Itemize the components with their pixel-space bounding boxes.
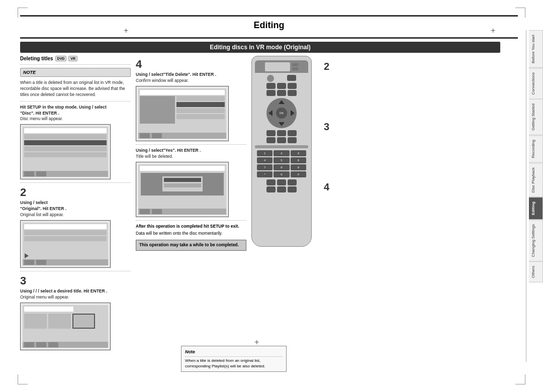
tab-getting-started[interactable]: Getting Started bbox=[529, 99, 543, 135]
remote-btn-i[interactable] bbox=[288, 130, 297, 136]
remote-display-btn[interactable] bbox=[287, 75, 296, 81]
remote-btn-d[interactable] bbox=[266, 90, 276, 96]
remote-btn-b[interactable] bbox=[277, 83, 286, 89]
num-7[interactable]: 7 bbox=[257, 164, 273, 170]
screen-inner-5 bbox=[138, 164, 226, 211]
remote-power-btn[interactable] bbox=[267, 75, 274, 82]
side-tabs: Before You start Connections Getting Sta… bbox=[529, 30, 543, 282]
remote-btn-c[interactable] bbox=[288, 83, 297, 89]
tab-editing[interactable]: Editing bbox=[529, 197, 543, 220]
screen-mockup-2 bbox=[20, 220, 111, 268]
tab-recording[interactable]: Recording bbox=[529, 135, 543, 162]
dpad-enter[interactable]: OK bbox=[276, 108, 287, 119]
remote-btn-side-2[interactable] bbox=[292, 67, 298, 70]
screen-btn-2-1 bbox=[24, 260, 34, 265]
num-0[interactable]: 0 bbox=[274, 171, 289, 177]
num-9[interactable]: 9 bbox=[291, 164, 306, 170]
tab-disc-playback[interactable]: Disc Playback bbox=[529, 163, 543, 197]
screen-bottom-bar-2 bbox=[23, 259, 108, 265]
bottom-note-title-text: ote bbox=[189, 349, 196, 354]
screen-btn-5-1 bbox=[140, 209, 150, 214]
num-hash[interactable]: # bbox=[291, 171, 306, 177]
dpad-left[interactable] bbox=[268, 110, 273, 116]
screen-btn-5-2 bbox=[152, 209, 162, 214]
note-text: When a title is deleted from an original… bbox=[20, 80, 131, 98]
menu-row-2-selected bbox=[176, 102, 225, 107]
dotted-divider-3 bbox=[20, 182, 131, 183]
remote-btn-a[interactable] bbox=[266, 83, 276, 89]
screen-bottom-bar-5 bbox=[138, 209, 226, 215]
num-2[interactable]: 2 bbox=[274, 150, 289, 156]
step2-instruction: Using / select"Original". Hit ENTER . Or… bbox=[20, 200, 131, 218]
num-star[interactable]: * bbox=[257, 171, 273, 177]
screen-mockup-3 bbox=[20, 303, 111, 350]
remote-btn-n[interactable] bbox=[277, 179, 286, 185]
dotted-divider-1 bbox=[20, 64, 131, 65]
screen-bottom-bar-1 bbox=[23, 171, 108, 177]
bottom-note-text: When a title is deleted from an original… bbox=[185, 358, 283, 369]
screen-bottom-bar-4 bbox=[138, 133, 226, 139]
dpad-circle: OK bbox=[266, 98, 297, 128]
tab-connections[interactable]: Connections bbox=[529, 68, 543, 99]
step2-num: 2 bbox=[20, 186, 131, 199]
remote-btn-p[interactable] bbox=[266, 186, 276, 192]
num-1[interactable]: 1 bbox=[257, 150, 273, 156]
step2-sub: Original list will appear. bbox=[20, 212, 64, 217]
vr-badge: VR bbox=[68, 56, 77, 61]
note-box: NOTE bbox=[20, 68, 131, 77]
num-5[interactable]: 5 bbox=[274, 157, 289, 163]
dvd-badge: DVD bbox=[55, 56, 67, 61]
remote-btn-f[interactable] bbox=[288, 90, 297, 96]
screen-row-2-1 bbox=[24, 224, 107, 229]
screen-bottom-bar-3 bbox=[23, 342, 108, 348]
dotted-divider-c2 bbox=[136, 220, 246, 221]
screen-content-4 bbox=[140, 96, 225, 124]
remote-spacer-1 bbox=[276, 75, 286, 82]
confirm-dialog bbox=[141, 173, 224, 195]
dpad-up[interactable] bbox=[279, 100, 285, 104]
num-4[interactable]: 4 bbox=[257, 157, 273, 163]
remote-row-3 bbox=[255, 90, 308, 96]
left-column: Deleting titles DVD VR NOTE When a title… bbox=[20, 56, 131, 387]
dotted-divider-c1 bbox=[136, 144, 246, 145]
thumb-3-selected bbox=[72, 314, 95, 329]
play-arrow-2 bbox=[25, 253, 29, 258]
num-6[interactable]: 6 bbox=[291, 157, 306, 163]
remote-btn-m[interactable] bbox=[266, 179, 276, 185]
remote-btn-j[interactable] bbox=[266, 137, 276, 143]
dpad-down[interactable] bbox=[279, 122, 285, 126]
screen-row-2-2 bbox=[24, 230, 107, 235]
after-op-title: After this operation is completed hit SE… bbox=[136, 224, 246, 230]
tab-others[interactable]: Others bbox=[529, 261, 543, 282]
note-icon: NOTE bbox=[23, 70, 36, 75]
screen-btn-3-2 bbox=[36, 342, 46, 347]
num-3[interactable]: 3 bbox=[291, 150, 306, 156]
dialog-row-yes bbox=[164, 178, 201, 182]
screen-row-3 bbox=[24, 140, 107, 145]
remote-btn-l[interactable] bbox=[288, 137, 297, 143]
remote-btn-h[interactable] bbox=[277, 130, 286, 136]
remote-btn-k[interactable] bbox=[277, 137, 286, 143]
dpad-right[interactable] bbox=[291, 110, 295, 116]
tab-before-start[interactable]: Before You start bbox=[529, 30, 543, 68]
screen-left-panel bbox=[140, 96, 175, 124]
remote-btn-o[interactable] bbox=[288, 179, 297, 185]
remote-btn-g[interactable] bbox=[266, 130, 276, 136]
screen-btn-3-3 bbox=[48, 342, 58, 347]
remote-numpad: 1 2 3 4 5 6 7 8 9 * 0 # bbox=[257, 150, 306, 177]
remote-btn-q[interactable] bbox=[277, 186, 286, 192]
num-8[interactable]: 8 bbox=[274, 164, 289, 170]
remote-column: OK bbox=[251, 56, 317, 387]
page-title-wrapper: Editing bbox=[20, 15, 518, 39]
remote-screen bbox=[265, 62, 290, 71]
tab-changing-settings[interactable]: Changing Settings bbox=[529, 220, 543, 261]
remote-btn-r[interactable] bbox=[288, 186, 297, 192]
remote-btn-side-1[interactable] bbox=[292, 63, 298, 66]
vertical-separator bbox=[526, 30, 526, 362]
subtitle-text: Deleting titles bbox=[20, 56, 53, 61]
remote-row-6 bbox=[255, 179, 308, 185]
screen-btn-1 bbox=[24, 171, 34, 176]
main-content: Editing Editing discs in VR mode (Origin… bbox=[20, 15, 518, 377]
step4b-sub: Title will be deleted. bbox=[136, 154, 173, 159]
remote-btn-e[interactable] bbox=[277, 90, 286, 96]
